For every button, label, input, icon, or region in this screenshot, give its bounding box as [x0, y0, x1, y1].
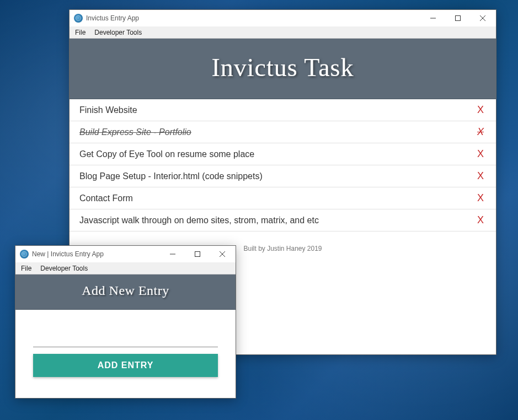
task-row[interactable]: Get Copy of Eye Tool on resume some plac… — [70, 143, 496, 165]
task-text: Contact Form — [79, 193, 475, 203]
task-text: Blog Page Setup - Interior.html (code sn… — [79, 171, 475, 181]
delete-task-button[interactable]: X — [475, 170, 486, 182]
task-row[interactable]: Build Express Site - PortfolioX — [70, 121, 496, 143]
dialog-window-title: New | Invictus Entry App — [32, 250, 160, 258]
task-row[interactable]: Finish WebsiteX — [70, 99, 496, 121]
app-icon — [20, 250, 29, 259]
dialog-header: Add New Entry — [15, 274, 236, 310]
app-title: Invictus Task — [75, 53, 490, 82]
delete-task-button[interactable]: X — [475, 148, 486, 160]
delete-task-button[interactable]: X — [475, 126, 486, 138]
dialog-titlebar[interactable]: New | Invictus Entry App — [15, 246, 236, 262]
maximize-button[interactable] — [185, 246, 210, 262]
task-text: Finish Website — [79, 105, 475, 115]
menu-developer-tools[interactable]: Developer Tools — [90, 27, 146, 38]
delete-task-button[interactable]: X — [475, 104, 486, 116]
add-entry-button[interactable]: ADD ENTRY — [33, 354, 218, 377]
app-header: Invictus Task — [70, 39, 496, 99]
entry-input[interactable] — [33, 332, 218, 347]
delete-task-button[interactable]: X — [475, 192, 486, 204]
dialog-body: ADD ENTRY — [15, 310, 236, 398]
close-button[interactable] — [470, 10, 495, 26]
main-menubar: File Developer Tools — [70, 26, 496, 39]
maximize-button[interactable] — [445, 10, 470, 26]
task-text: Build Express Site - Portfolio — [79, 127, 475, 137]
minimize-button[interactable] — [420, 10, 445, 26]
delete-task-button[interactable]: X — [475, 214, 486, 226]
menu-developer-tools[interactable]: Developer Tools — [36, 263, 92, 274]
main-window-title: Invictus Entry App — [86, 14, 420, 22]
window-controls — [160, 246, 234, 262]
task-list: Finish WebsiteXBuild Express Site - Port… — [70, 99, 496, 231]
dialog-menubar: File Developer Tools — [15, 262, 236, 274]
svg-rect-5 — [195, 252, 200, 257]
app-icon — [74, 14, 83, 23]
task-text: Get Copy of Eye Tool on resume some plac… — [79, 149, 475, 159]
svg-rect-1 — [455, 16, 460, 21]
task-text: Javascript walk through on demo sites, s… — [79, 216, 475, 225]
close-button[interactable] — [210, 246, 234, 262]
task-row[interactable]: Blog Page Setup - Interior.html (code sn… — [70, 165, 496, 187]
add-entry-dialog: New | Invictus Entry App File Developer … — [15, 245, 236, 399]
task-row[interactable]: Javascript walk through on demo sites, s… — [70, 209, 496, 231]
dialog-title: Add New Entry — [21, 283, 230, 298]
menu-file[interactable]: File — [71, 27, 90, 38]
minimize-button[interactable] — [160, 246, 185, 262]
task-row[interactable]: Contact FormX — [70, 187, 496, 209]
main-titlebar[interactable]: Invictus Entry App — [70, 10, 496, 26]
window-controls — [420, 10, 495, 26]
menu-file[interactable]: File — [17, 263, 36, 274]
